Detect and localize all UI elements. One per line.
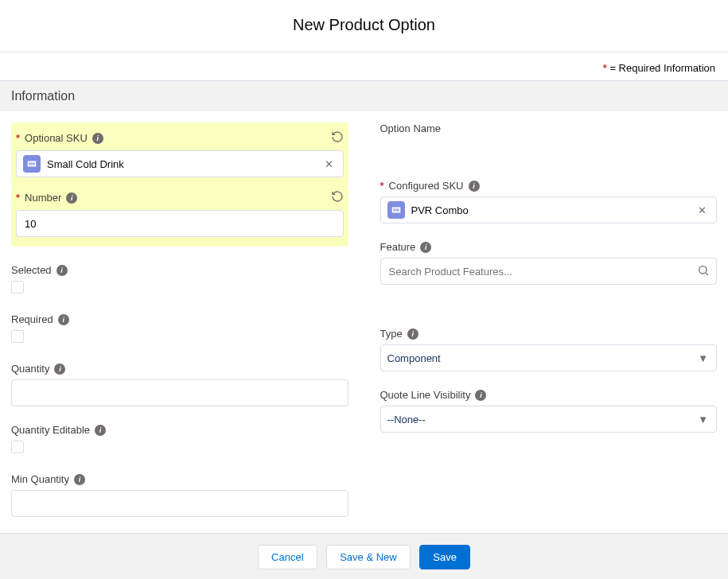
required-mark: * xyxy=(16,192,20,204)
svg-rect-3 xyxy=(31,162,32,165)
label-number: Number xyxy=(25,192,61,204)
quantity-input[interactable] xyxy=(18,384,341,402)
label-type: Type xyxy=(380,328,403,340)
field-feature: Feature xyxy=(380,241,718,285)
configured-sku-value: PVR Combo xyxy=(411,204,689,216)
clear-icon[interactable]: ✕ xyxy=(695,204,710,216)
label-selected: Selected xyxy=(11,264,52,276)
svg-point-12 xyxy=(699,266,707,273)
field-quote-line-visibility: Quote Line Visibility --None-- ▼ xyxy=(380,389,718,433)
quote-line-visibility-select[interactable]: --None-- ▼ xyxy=(380,406,718,433)
label-min-quantity: Min Quantity xyxy=(11,473,69,485)
help-icon[interactable] xyxy=(54,363,65,375)
selected-checkbox[interactable] xyxy=(11,281,24,293)
required-mark: * xyxy=(380,180,384,192)
feature-search-input[interactable] xyxy=(387,262,698,281)
help-icon[interactable] xyxy=(407,328,419,340)
min-quantity-input[interactable] xyxy=(18,495,341,513)
help-icon[interactable] xyxy=(420,242,431,253)
save-and-new-button[interactable]: Save & New xyxy=(326,545,411,569)
right-column: Option Name * Configured SKU xyxy=(380,122,718,533)
search-icon[interactable] xyxy=(697,264,710,279)
clear-icon[interactable]: ✕ xyxy=(321,158,337,170)
svg-rect-8 xyxy=(395,208,395,212)
type-value: Component xyxy=(387,352,710,364)
quote-line-visibility-value: --None-- xyxy=(387,414,710,426)
label-option-name: Option Name xyxy=(380,122,442,134)
quantity-editable-checkbox[interactable] xyxy=(11,441,24,453)
svg-rect-1 xyxy=(29,162,30,165)
help-icon[interactable] xyxy=(92,133,103,144)
cancel-button[interactable]: Cancel xyxy=(258,545,317,569)
required-info-note: * = Required Information xyxy=(0,52,728,80)
svg-rect-5 xyxy=(33,162,34,165)
number-input[interactable] xyxy=(23,215,337,233)
save-button[interactable]: Save xyxy=(419,545,470,569)
field-type: Type Component ▼ xyxy=(380,328,718,371)
label-quote-line-visibility: Quote Line Visibility xyxy=(380,389,471,401)
product-icon xyxy=(23,155,41,173)
modal-footer: Cancel Save & New Save xyxy=(0,533,728,579)
label-optional-sku: Optional SKU xyxy=(25,132,88,144)
svg-rect-4 xyxy=(33,162,33,165)
help-icon[interactable] xyxy=(66,192,77,204)
modal-title: New Product Option xyxy=(0,0,728,52)
label-configured-sku: Configured SKU xyxy=(389,180,464,192)
undo-icon[interactable] xyxy=(331,190,344,205)
help-icon[interactable] xyxy=(95,425,106,436)
field-min-quantity: Min Quantity xyxy=(11,473,348,517)
field-number: * Number xyxy=(11,187,348,247)
label-quantity-editable: Quantity Editable xyxy=(11,424,90,436)
field-configured-sku: * Configured SKU PVR Combo ✕ xyxy=(380,180,718,223)
configured-sku-lookup[interactable]: PVR Combo ✕ xyxy=(380,196,718,223)
help-icon[interactable] xyxy=(74,474,85,485)
required-mark: * xyxy=(16,132,20,144)
modal: New Product Option * = Required Informat… xyxy=(0,0,728,579)
help-icon[interactable] xyxy=(475,390,486,401)
help-icon[interactable] xyxy=(56,265,68,276)
field-required: Required xyxy=(11,313,348,345)
field-quantity-editable: Quantity Editable xyxy=(11,424,348,456)
field-quantity: Quantity xyxy=(11,363,348,406)
svg-rect-9 xyxy=(395,208,396,212)
help-icon[interactable] xyxy=(58,314,69,325)
optional-sku-lookup[interactable]: Small Cold Drink ✕ xyxy=(16,150,344,177)
svg-rect-2 xyxy=(30,162,31,165)
left-column: * Optional SKU Small Cold Drink xyxy=(11,122,348,533)
field-option-name: Option Name xyxy=(380,122,718,162)
help-icon[interactable] xyxy=(469,181,480,192)
field-optional-sku: * Optional SKU Small Cold Drink xyxy=(11,122,348,187)
label-required: Required xyxy=(11,313,53,325)
type-select[interactable]: Component ▼ xyxy=(380,344,718,371)
label-quantity: Quantity xyxy=(11,363,49,375)
form-body: * Optional SKU Small Cold Drink xyxy=(0,111,728,533)
required-checkbox[interactable] xyxy=(11,330,24,343)
required-text: = Required Information xyxy=(607,62,715,74)
undo-icon[interactable] xyxy=(331,130,344,146)
optional-sku-value: Small Cold Drink xyxy=(47,158,315,170)
product-icon xyxy=(387,201,405,219)
svg-rect-11 xyxy=(398,208,399,212)
section-header-information: Information xyxy=(0,80,728,111)
svg-rect-10 xyxy=(397,208,398,212)
svg-rect-7 xyxy=(393,208,394,212)
label-feature: Feature xyxy=(380,241,416,253)
svg-line-13 xyxy=(706,273,708,275)
field-selected: Selected xyxy=(11,264,348,296)
